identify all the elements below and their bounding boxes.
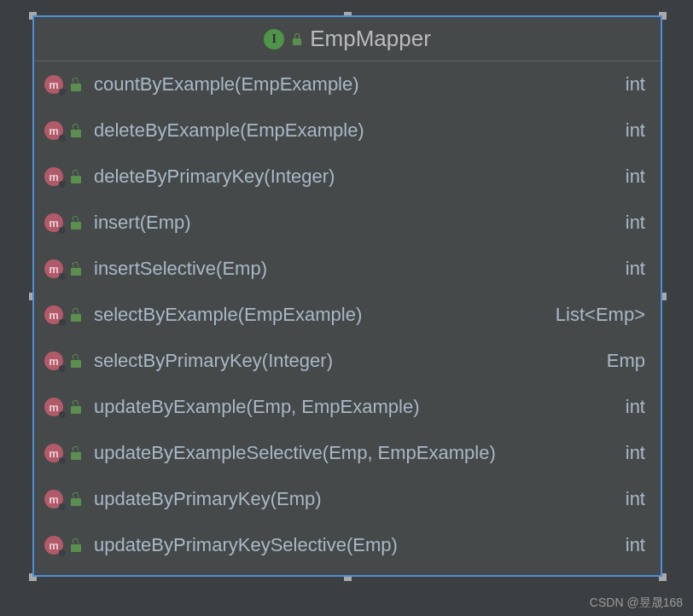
method-return-type: int bbox=[626, 258, 645, 280]
method-icon: m bbox=[44, 121, 63, 140]
lock-open-icon bbox=[70, 400, 82, 414]
method-icon: m bbox=[44, 490, 63, 508]
method-row[interactable]: mdeleteByExample(EmpExample)int bbox=[34, 108, 661, 154]
lock-open-icon bbox=[70, 124, 82, 137]
method-signature: insertSelective(Emp) bbox=[94, 258, 619, 280]
method-return-type: int bbox=[626, 534, 645, 556]
uml-class-diagram[interactable]: I EmpMapper mcountByExample(EmpExample)i… bbox=[32, 15, 662, 577]
class-header: I EmpMapper bbox=[34, 17, 661, 61]
method-row[interactable]: mupdateByExampleSelective(Emp, EmpExampl… bbox=[34, 430, 661, 476]
method-row[interactable]: mcountByExample(EmpExample)int bbox=[34, 61, 661, 108]
method-row[interactable]: mupdateByPrimaryKey(Emp)int bbox=[34, 476, 661, 522]
method-return-type: int bbox=[626, 396, 645, 418]
method-return-type: List<Emp> bbox=[556, 304, 645, 326]
method-icon: m bbox=[44, 213, 63, 232]
lock-open-icon bbox=[70, 170, 82, 183]
method-return-type: int bbox=[626, 119, 645, 142]
lock-open-icon bbox=[70, 492, 82, 506]
method-icon: m bbox=[44, 167, 63, 186]
method-row[interactable]: minsert(Emp)int bbox=[34, 200, 661, 246]
lock-open-icon bbox=[70, 262, 82, 276]
watermark-text: CSDN @昱晟168 bbox=[590, 596, 683, 611]
method-return-type: Emp bbox=[607, 350, 645, 372]
method-icon: m bbox=[44, 75, 63, 94]
method-signature: selectByPrimaryKey(Integer) bbox=[94, 350, 600, 372]
method-signature: updateByPrimaryKey(Emp) bbox=[94, 488, 619, 510]
lock-open-icon bbox=[70, 308, 82, 322]
method-return-type: int bbox=[626, 442, 645, 464]
lock-open-icon bbox=[70, 538, 82, 552]
lock-open-icon bbox=[70, 354, 82, 368]
method-row[interactable]: mselectByExample(EmpExample)List<Emp> bbox=[34, 292, 661, 338]
class-name: EmpMapper bbox=[310, 26, 431, 52]
method-row[interactable]: mupdateByPrimaryKeySelective(Emp)int bbox=[34, 522, 661, 568]
method-row[interactable]: minsertSelective(Emp)int bbox=[34, 246, 661, 292]
lock-open-icon bbox=[70, 78, 82, 91]
method-icon: m bbox=[44, 536, 63, 555]
method-row[interactable]: mselectByPrimaryKey(Integer)Emp bbox=[34, 338, 661, 384]
method-icon: m bbox=[44, 398, 63, 416]
lock-open-icon bbox=[70, 216, 82, 230]
lock-open-icon bbox=[70, 446, 82, 460]
method-signature: insert(Emp) bbox=[94, 212, 619, 234]
method-return-type: int bbox=[626, 212, 645, 234]
method-return-type: int bbox=[626, 488, 645, 510]
method-icon: m bbox=[44, 352, 63, 370]
method-return-type: int bbox=[626, 166, 645, 188]
method-signature: deleteByExample(EmpExample) bbox=[94, 119, 619, 142]
method-signature: updateByPrimaryKeySelective(Emp) bbox=[94, 534, 619, 556]
method-signature: updateByExampleSelective(Emp, EmpExample… bbox=[94, 442, 619, 464]
method-row[interactable]: mdeleteByPrimaryKey(Integer)int bbox=[34, 154, 661, 200]
method-icon: m bbox=[44, 444, 63, 462]
method-icon: m bbox=[44, 305, 63, 324]
method-signature: deleteByPrimaryKey(Integer) bbox=[94, 166, 619, 188]
method-signature: updateByExample(Emp, EmpExample) bbox=[94, 396, 619, 418]
method-list: mcountByExample(EmpExample)intmdeleteByE… bbox=[34, 61, 661, 568]
method-return-type: int bbox=[626, 73, 645, 96]
method-signature: countByExample(EmpExample) bbox=[94, 73, 619, 96]
lock-open-icon bbox=[291, 33, 303, 45]
interface-icon: I bbox=[264, 29, 284, 49]
method-signature: selectByExample(EmpExample) bbox=[94, 304, 549, 326]
method-row[interactable]: mupdateByExample(Emp, EmpExample)int bbox=[34, 384, 661, 430]
method-icon: m bbox=[44, 259, 63, 278]
